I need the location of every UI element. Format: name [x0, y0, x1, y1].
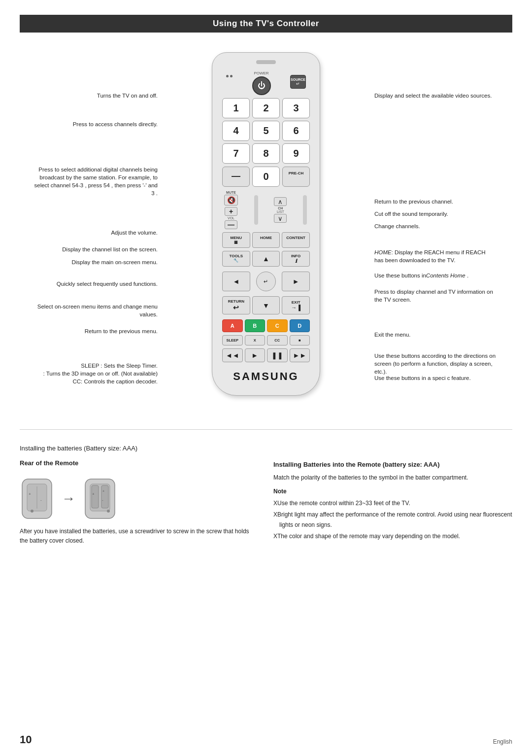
divider — [20, 429, 512, 430]
svg-rect-9 — [101, 485, 108, 508]
source-label: SOURCE — [291, 78, 305, 81]
remote-control: POWER ⏻ SOURCE ↵ 1 2 — [212, 52, 320, 422]
note-label: Note — [273, 486, 512, 496]
dash-zero-row: — 0 PRE-CH — [222, 167, 310, 187]
mute-button[interactable]: 🔇 — [224, 195, 238, 206]
btn-4[interactable]: 4 — [222, 121, 250, 141]
annotation-channels: Press to access channels directly. — [34, 120, 158, 128]
play-button[interactable]: ► — [245, 348, 266, 362]
bottom-columns: Rear of the Remote + - → — [20, 459, 512, 546]
menu-row: MENU ▦ HOME CONTENT — [222, 232, 310, 248]
annotation-volume: Adjust the volume. — [49, 229, 158, 237]
number-pad: 1 2 3 4 5 6 7 8 9 — [222, 98, 310, 164]
playback-row: ◄◄ ► ❚❚ ►► — [222, 348, 310, 362]
bottom-section: Installing the batteries (Battery size: … — [20, 445, 512, 546]
btn-6[interactable]: 6 — [282, 121, 310, 141]
svg-text:-: - — [102, 498, 103, 502]
svg-rect-8 — [92, 485, 99, 508]
nav-middle-row: ◄ ↵ ► — [222, 272, 310, 291]
annotation-sleep: SLEEP : Sets the Sleep Timer.: Turns the… — [30, 362, 158, 385]
annotation-info: Press to display channel and TV informat… — [374, 288, 495, 304]
cc-button[interactable]: CC — [267, 335, 288, 345]
exit-button[interactable]: EXIT →▐ — [282, 296, 310, 314]
tools-button[interactable]: TOOLS 🔧 — [222, 251, 250, 267]
ch-down-button[interactable]: ∨ — [274, 214, 287, 223]
install-desc: Match the polarity of the batteries to t… — [273, 473, 512, 482]
rewind-button[interactable]: ◄◄ — [222, 348, 243, 362]
main-section: Turns the TV on and off. Press to access… — [20, 47, 512, 422]
remote-area: Turns the TV on and off. Press to access… — [20, 47, 512, 422]
btn-b[interactable]: B — [245, 319, 266, 332]
note-2: XBright light may affect the performance… — [273, 510, 512, 530]
annotation-special: Use these buttons in a speci c feature. — [374, 374, 500, 382]
menu-button[interactable]: MENU ▦ — [222, 232, 250, 248]
btn-d[interactable]: D — [290, 319, 310, 332]
annotation-abcd: Use these buttons according to the direc… — [374, 352, 500, 376]
stop-button[interactable]: ■ — [290, 335, 310, 345]
nav-down-button[interactable]: ▼ — [252, 296, 280, 314]
annotations-left: Turns the TV on and off. Press to access… — [20, 47, 158, 422]
left-column: Rear of the Remote + - → — [20, 459, 259, 546]
nav-right-button[interactable]: ► — [282, 272, 310, 291]
annotation-power: Turns the TV on and off. — [34, 92, 158, 100]
samsung-logo: SAMSUNG — [233, 370, 299, 383]
note-1: XUse the remote control within 23~33 fee… — [273, 498, 512, 508]
btn-1[interactable]: 1 — [222, 98, 250, 118]
btn-c[interactable]: C — [267, 319, 288, 332]
annotation-ch-change: Change channels. — [374, 222, 493, 230]
btn-5[interactable]: 5 — [252, 121, 280, 141]
svg-text:+: + — [29, 492, 31, 496]
vol-minus-button[interactable]: — — [225, 220, 237, 229]
nav-ok-button[interactable]: ↵ — [256, 272, 276, 291]
annotation-tools: Quickly select frequently used functions… — [34, 280, 158, 288]
annotation-home: HOME: Display the REACH menu if REACH ha… — [374, 248, 495, 264]
return-button[interactable]: RETURN ↩ — [222, 296, 250, 314]
x-button[interactable]: X — [245, 335, 266, 345]
source-arrow: ↵ — [296, 81, 300, 86]
btn-prech[interactable]: PRE-CH — [282, 167, 310, 187]
sleep-row: SLEEP X CC ■ — [222, 335, 310, 345]
header-bar: Using the TV's Controller — [20, 15, 512, 33]
sleep-button[interactable]: SLEEP — [222, 335, 243, 345]
source-button[interactable]: SOURCE ↵ — [290, 75, 306, 89]
info-button[interactable]: INFO ℹ — [282, 251, 310, 267]
annotation-digital: Press to select additional digital chann… — [32, 166, 158, 197]
btn-2[interactable]: 2 — [252, 98, 280, 118]
home-button[interactable]: HOME — [252, 232, 280, 248]
btn-a[interactable]: A — [222, 319, 243, 332]
annotations-right: Display and select the available video s… — [374, 47, 512, 422]
annotation-return: Return to the previous menu. — [34, 327, 158, 335]
btn-dash[interactable]: — — [222, 167, 250, 187]
abcd-row: A B C D — [222, 319, 310, 332]
annotation-source: Display and select the available video s… — [374, 92, 493, 100]
ch-up-button[interactable]: ∧ — [274, 197, 287, 206]
btn-7[interactable]: 7 — [222, 143, 250, 164]
battery-images: + - → + - + — [20, 477, 259, 521]
header-title: Using the TV's Controller — [213, 19, 319, 28]
annotation-mute-text: Cut off the sound temporarily. — [374, 210, 493, 218]
fastfwd-button[interactable]: ►► — [290, 348, 310, 362]
power-button[interactable]: ⏻ — [252, 76, 271, 95]
nav-up-button[interactable]: ▲ — [252, 251, 280, 267]
btn-3[interactable]: 3 — [282, 98, 310, 118]
btn-8[interactable]: 8 — [252, 143, 280, 164]
remote-body: POWER ⏻ SOURCE ↵ 1 2 — [212, 52, 320, 396]
annotation-chlist: Display the channel list on the screen. — [34, 245, 158, 253]
nav-left-button[interactable]: ◄ — [222, 272, 250, 291]
annotation-contents-home: Use these buttons inContents Home . — [374, 272, 495, 279]
content-button[interactable]: CONTENT — [282, 232, 310, 248]
page: Using the TV's Controller Turns the TV o… — [0, 0, 532, 756]
power-label: POWER — [254, 71, 268, 75]
btn-0[interactable]: 0 — [252, 167, 280, 187]
install-text: After you have installed the batteries, … — [20, 527, 259, 546]
vol-plus-button[interactable]: + — [225, 207, 237, 216]
svg-text:+: + — [92, 492, 95, 496]
svg-point-13 — [107, 510, 110, 513]
language-label: English — [493, 738, 512, 745]
btn-9[interactable]: 9 — [282, 143, 310, 164]
battery-title: Installing the batteries (Battery size: … — [20, 445, 512, 452]
remote-rear-closed-image: + - + — [83, 477, 117, 521]
pause-button[interactable]: ❚❚ — [267, 348, 288, 362]
annotation-exit: Exit the menu. — [374, 331, 493, 339]
annotation-nav: Select on-screen menu items and change m… — [34, 303, 158, 318]
